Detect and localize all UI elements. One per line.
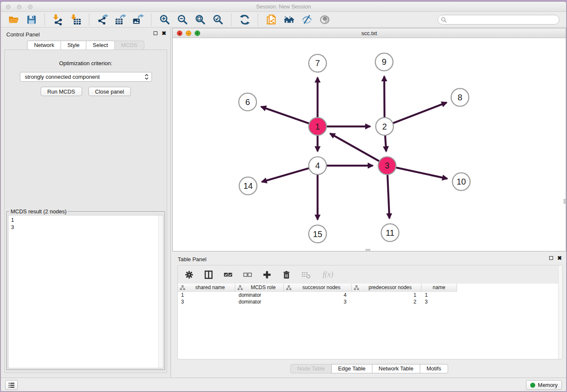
task-history-button[interactable] xyxy=(5,380,18,390)
save-icon[interactable] xyxy=(24,14,39,26)
network-window: scc.txt 7968124314101511 xyxy=(172,28,566,251)
import-table-icon[interactable] xyxy=(68,14,83,26)
deselect-all-icon[interactable] xyxy=(242,269,253,280)
graph-node-1[interactable]: 1 xyxy=(309,118,327,135)
table-cell: 3 xyxy=(178,298,235,305)
optimization-select-value: strongly connected component xyxy=(25,74,144,80)
select-stepper-icon xyxy=(144,74,149,80)
tab-network-table[interactable]: Network Table xyxy=(372,364,420,373)
mcds-panel: Optimization criterion: strongly connect… xyxy=(4,50,167,373)
graph-node-10[interactable]: 10 xyxy=(452,173,470,190)
svg-text:14: 14 xyxy=(243,181,253,190)
app-titlebar: Session: New Session xyxy=(1,2,566,12)
svg-text:11: 11 xyxy=(385,228,394,237)
toolbar-separator xyxy=(231,14,231,26)
refresh-icon[interactable] xyxy=(237,14,252,26)
table-cell: 3 xyxy=(284,298,352,305)
tab-node-table[interactable]: Node Table xyxy=(290,364,332,373)
svg-text:1: 1 xyxy=(315,122,320,131)
graph-node-6[interactable]: 6 xyxy=(239,93,256,111)
result-scrollbar[interactable] xyxy=(158,215,163,368)
select-all-icon[interactable] xyxy=(223,269,234,280)
table-row[interactable]: 1dominator411 xyxy=(178,292,562,298)
import-network-icon[interactable] xyxy=(50,14,66,26)
graph-node-11[interactable]: 11 xyxy=(381,224,399,242)
table-scrollbar[interactable] xyxy=(558,265,562,359)
table-settings-gear-icon[interactable] xyxy=(184,269,195,280)
graph-node-15[interactable]: 15 xyxy=(309,225,327,243)
toolbar-separator xyxy=(89,14,89,26)
export-table-icon[interactable] xyxy=(113,14,128,26)
graph-node-8[interactable]: 8 xyxy=(451,88,469,106)
eye-icon[interactable] xyxy=(317,14,332,26)
graph-node-9[interactable]: 9 xyxy=(375,53,393,71)
run-mcds-button[interactable]: Run MCDS xyxy=(41,87,82,96)
zoom-fit-icon[interactable] xyxy=(193,14,208,26)
mcds-result-text: 1 3 xyxy=(8,215,158,368)
control-tabs: NetworkStyleSelectMCDS xyxy=(1,41,171,50)
open-folder-icon[interactable] xyxy=(6,14,21,26)
tab-network[interactable]: Network xyxy=(27,41,61,50)
network-canvas[interactable]: 7968124314101511 xyxy=(173,38,566,251)
zoom-in-icon[interactable] xyxy=(157,14,172,26)
close-table-panel-icon[interactable] xyxy=(557,256,562,260)
network-graph[interactable]: 7968124314101511 xyxy=(173,38,566,251)
toolbar-separator xyxy=(151,14,151,26)
graph-node-2[interactable]: 2 xyxy=(376,118,394,135)
toolbar-separator xyxy=(44,14,45,26)
tab-style[interactable]: Style xyxy=(61,41,86,50)
float-panel-icon[interactable] xyxy=(154,31,157,35)
export-network-icon[interactable] xyxy=(95,14,110,26)
graph-node-3[interactable]: 3 xyxy=(378,157,396,174)
tab-mcds[interactable]: MCDS xyxy=(114,41,144,50)
table-cell: dominator xyxy=(235,292,284,298)
svg-text:4: 4 xyxy=(315,161,320,170)
column-header-MCDS-role[interactable]: MCDS role xyxy=(235,284,284,292)
memory-button[interactable]: Memory xyxy=(526,380,562,390)
float-table-panel-icon[interactable] xyxy=(549,256,553,260)
mcds-result-area: 1 3 xyxy=(8,215,163,368)
scrollbar-handle[interactable] xyxy=(366,249,370,251)
table-row[interactable]: 3dominator323 xyxy=(178,298,562,305)
add-column-icon[interactable] xyxy=(261,269,272,280)
hide-eye-icon[interactable] xyxy=(299,14,314,26)
tab-motifs[interactable]: Motifs xyxy=(420,364,448,373)
graph-edge-2-8[interactable] xyxy=(385,102,447,127)
table-header-row: shared nameMCDS rolesuccessor nodesprede… xyxy=(178,284,562,292)
app-window: Session: New Session Control Panel xyxy=(0,1,567,392)
mcds-result-title: MCDS result (2 nodes) xyxy=(9,208,68,215)
zoom-out-icon[interactable] xyxy=(175,14,190,26)
memory-label: Memory xyxy=(538,382,558,388)
copy-network-icon[interactable] xyxy=(264,14,279,26)
column-header-name[interactable]: name xyxy=(421,284,457,292)
optimization-label: Optimization criterion: xyxy=(5,60,167,66)
close-panel-icon[interactable] xyxy=(162,31,166,35)
tab-select[interactable]: Select xyxy=(86,41,115,50)
tab-edge-table[interactable]: Edge Table xyxy=(331,364,372,373)
zoom-selected-icon[interactable] xyxy=(210,14,226,26)
graph-node-14[interactable]: 14 xyxy=(239,177,257,195)
svg-text:9: 9 xyxy=(382,57,386,66)
function-builder-icon[interactable]: f(x) xyxy=(320,269,336,280)
show-columns-icon[interactable] xyxy=(203,269,214,280)
scrollbar-handle[interactable] xyxy=(564,199,566,204)
table-tabs: Node TableEdge TableNetwork TableMotifs xyxy=(172,364,566,373)
svg-text:2: 2 xyxy=(382,122,387,131)
search-input[interactable] xyxy=(447,16,556,24)
network-titlebar: scc.txt xyxy=(173,28,566,38)
close-panel-button[interactable]: Close panel xyxy=(88,87,131,96)
graph-node-4[interactable]: 4 xyxy=(309,157,327,174)
homes-icon[interactable] xyxy=(281,14,297,26)
graph-node-7[interactable]: 7 xyxy=(309,54,327,72)
column-header-predecessor-nodes[interactable]: predecessor nodes xyxy=(352,284,421,292)
svg-text:15: 15 xyxy=(313,229,322,239)
export-image-icon[interactable] xyxy=(130,14,146,26)
optimization-select[interactable]: strongly connected component xyxy=(20,72,152,82)
graph-edge-3-1[interactable] xyxy=(330,133,387,166)
main-toolbar xyxy=(1,12,566,28)
delete-column-trash-icon[interactable] xyxy=(281,269,292,280)
column-header-successor-nodes[interactable]: successor nodes xyxy=(284,284,352,292)
column-header-shared-name[interactable]: shared name xyxy=(178,284,235,292)
svg-text:6: 6 xyxy=(245,97,250,107)
delete-table-icon[interactable] xyxy=(300,269,311,280)
